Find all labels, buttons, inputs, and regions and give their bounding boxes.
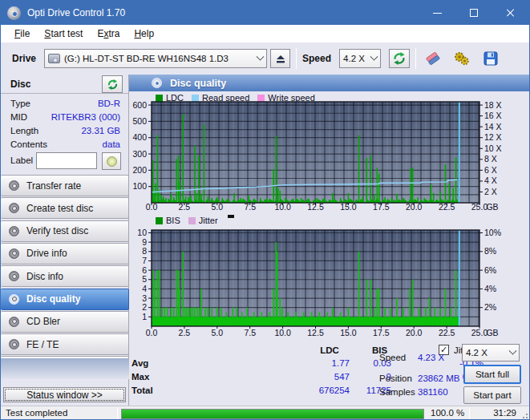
menu-bar: FileStart testExtraHelp xyxy=(1,25,529,42)
info-value: data xyxy=(103,139,120,149)
toolbar: Drive (G:) HL-DT-ST BD-RE WH16NS48 1.D3 … xyxy=(1,42,529,75)
start-full-button[interactable]: Start full xyxy=(463,365,521,384)
svg-text:22.5: 22.5 xyxy=(439,328,455,337)
svg-text:7.5: 7.5 xyxy=(244,328,256,337)
eject-button[interactable] xyxy=(270,49,290,68)
sidebar-item-label: Disc quality xyxy=(26,293,80,305)
maximize-icon xyxy=(470,9,478,17)
svg-text:22.5: 22.5 xyxy=(439,202,455,212)
svg-text:500: 500 xyxy=(132,116,147,126)
progress-bar-fill xyxy=(122,410,423,418)
avg-row-label: Avg xyxy=(131,358,148,368)
sidebar-item-fe-te[interactable]: FE / TE xyxy=(1,333,129,355)
disc-refresh-button[interactable] xyxy=(102,75,123,93)
svg-text:10.0: 10.0 xyxy=(274,328,291,337)
legend-label: Jitter xyxy=(199,216,218,225)
svg-text:25.0: 25.0 xyxy=(471,328,488,337)
app-window: Opti Drive Control 1.70 FileStart testEx… xyxy=(0,0,530,420)
disc-icon xyxy=(9,248,19,259)
sidebar-item-create-test-disc[interactable]: Create test disc xyxy=(1,197,129,219)
eject-icon xyxy=(274,52,287,65)
svg-text:17.5: 17.5 xyxy=(373,328,390,337)
menu-item-start-test[interactable]: Start test xyxy=(37,25,90,42)
sidebar-item-label: Drive info xyxy=(26,248,67,259)
speed-label: Speed xyxy=(302,53,331,64)
svg-text:2.5: 2.5 xyxy=(179,202,191,212)
refresh-button[interactable] xyxy=(389,49,410,68)
refresh-arrows-icon xyxy=(107,79,119,91)
svg-text:10.0: 10.0 xyxy=(274,202,291,212)
svg-text:16 X: 16 X xyxy=(484,111,502,120)
resize-grip[interactable] xyxy=(519,410,528,419)
advanced-tools-button[interactable] xyxy=(451,47,473,70)
svg-text:2: 2 xyxy=(142,302,147,312)
start-part-button[interactable]: Start part xyxy=(463,386,521,404)
svg-text:200: 200 xyxy=(132,165,147,175)
svg-text:10 X: 10 X xyxy=(484,143,502,153)
disc-info-row-type: TypeBD-R xyxy=(1,99,128,112)
sidebar-item-drive-info[interactable]: Drive info xyxy=(1,243,129,265)
menu-item-extra[interactable]: Extra xyxy=(90,25,127,42)
status-window-button[interactable]: Status window >> xyxy=(3,387,126,402)
samples-stat-label: Samples xyxy=(379,387,415,397)
ldc-column-header: LDC xyxy=(310,345,350,355)
eraser-icon xyxy=(424,50,442,67)
test-speed-select[interactable]: 4.2 X xyxy=(462,344,520,361)
svg-text:8%: 8% xyxy=(484,246,496,256)
erase-disc-button[interactable] xyxy=(422,47,444,70)
legend-swatch xyxy=(156,217,163,224)
disc-quality-icon xyxy=(152,78,162,88)
info-value: BD-R xyxy=(98,99,120,108)
info-label: Type xyxy=(10,99,30,108)
svg-text:600: 600 xyxy=(132,100,147,110)
disc-info-row-length: Length23.31 GB xyxy=(1,126,128,139)
sidebar-item-verify-test-disc[interactable]: Verify test disc xyxy=(1,220,129,242)
write-label-button[interactable] xyxy=(102,152,121,170)
position-stat-label: Position xyxy=(379,374,412,383)
sidebar-item-label: Disc info xyxy=(26,271,63,282)
svg-text:5.0: 5.0 xyxy=(211,328,223,337)
disc-icon xyxy=(9,226,19,236)
speed-stat-label: Speed xyxy=(379,353,406,362)
svg-text:6%: 6% xyxy=(484,265,496,275)
svg-text:8 X: 8 X xyxy=(484,154,497,164)
disc-icon xyxy=(9,203,19,213)
close-button[interactable] xyxy=(492,1,529,25)
panel-header: Disc quality xyxy=(129,75,530,91)
menu-item-file[interactable]: File xyxy=(7,25,37,42)
panel-title: Disc quality xyxy=(170,78,226,89)
minimize-button[interactable] xyxy=(419,1,455,25)
app-disc-icon xyxy=(7,6,21,20)
sidebar-item-disc-quality[interactable]: Disc quality xyxy=(1,289,129,310)
svg-text:18 X: 18 X xyxy=(484,100,502,110)
elapsed-time: 31:29 xyxy=(493,408,516,418)
sidebar-item-disc-info[interactable]: Disc info xyxy=(1,265,129,287)
sidebar-item-transfer-rate[interactable]: Transfer rate xyxy=(1,175,129,196)
disc-label-row: Label xyxy=(1,152,128,172)
speed-select-value: 4.2 X xyxy=(343,54,365,63)
ldc-read-speed-chart: 1002003004005006002 X4 X6 X8 X10 X12 X14… xyxy=(129,97,530,217)
legend-item-bis: BIS xyxy=(156,216,180,225)
chevron-down-icon xyxy=(370,52,378,60)
svg-text:9: 9 xyxy=(142,237,147,247)
speed-select[interactable]: 4.2 X xyxy=(339,49,381,68)
sidebar-item-label: CD Bler xyxy=(26,316,60,327)
avg-ldc-value: 1.77 xyxy=(297,358,350,368)
svg-text:8: 8 xyxy=(142,246,147,256)
disc-icon xyxy=(9,180,19,191)
legend-item-jitter: Jitter xyxy=(188,216,218,225)
sidebar-item-cd-bler[interactable]: CD Bler xyxy=(1,311,129,333)
drive-label: Drive xyxy=(12,53,36,64)
maximize-button[interactable] xyxy=(455,1,492,25)
svg-text:14 X: 14 X xyxy=(484,122,502,131)
dual-gears-icon xyxy=(453,50,471,67)
disc-quality-panel: Disc quality LDCRead speedWrite speed 10… xyxy=(129,75,530,406)
svg-text:4%: 4% xyxy=(484,284,496,293)
drive-select[interactable]: (G:) HL-DT-ST BD-RE WH16NS48 1.D3 xyxy=(44,49,267,68)
bis-jitter-chart: 123456789102%4%6%8%10%0.02.55.07.510.012… xyxy=(129,227,530,339)
disc-label-input[interactable] xyxy=(36,152,97,169)
menu-item-help[interactable]: Help xyxy=(127,25,161,42)
chart2-legend: BISJitter xyxy=(156,216,234,225)
save-button[interactable] xyxy=(479,47,502,70)
disc-icon xyxy=(9,271,19,281)
